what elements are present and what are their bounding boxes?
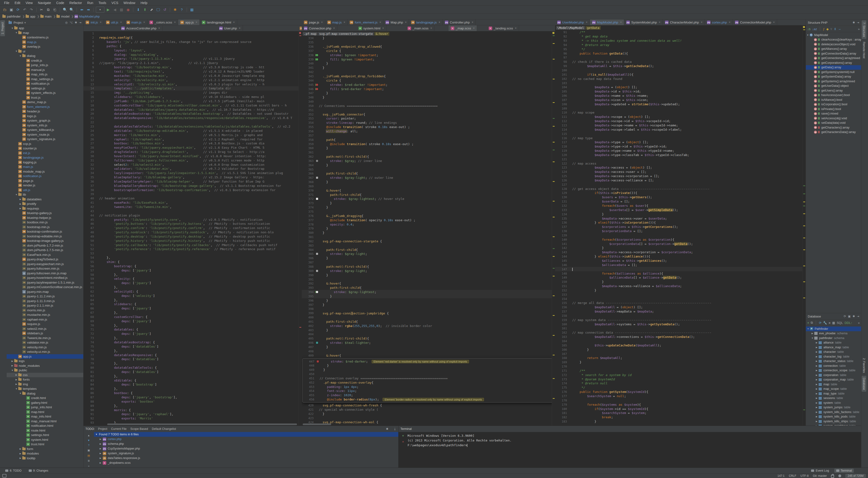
code-line[interactable]: 391 xyxy=(302,277,555,281)
code-line[interactable]: 176 public function getSystem($systemId)… xyxy=(555,390,806,394)
code-line[interactable]: 88 exports: 'bootbox' xyxy=(84,399,302,404)
close-icon[interactable]: × xyxy=(701,21,703,24)
code-editor[interactable]: .pf-mapsvg.pf-map-connection-stargate&:h… xyxy=(302,31,555,425)
code-line[interactable]: 388 path:not(:first-child){ xyxy=(302,265,555,269)
code-line[interactable]: 451// Connection overlay ===============… xyxy=(303,376,553,381)
code-line[interactable]: 100 xyxy=(555,68,806,72)
code-line[interactable]: 448 } xyxy=(303,363,553,368)
code-line[interactable]: 96 public function getData(){ xyxy=(555,51,806,56)
menu-help[interactable]: Help xyxy=(138,0,150,6)
editor-tab[interactable]: JSutil.js× xyxy=(104,20,124,25)
tree-item[interactable]: JSmap_settings.js xyxy=(7,77,83,82)
code-line[interactable]: 172 * search for a system by id xyxy=(555,373,806,377)
code-line[interactable]: 36 blueImpGalleryHelper: 'lib/blueimp-he… xyxy=(84,180,302,184)
code-line[interactable]: 373 } xyxy=(302,201,555,205)
code-line[interactable]: 1 xyxy=(84,31,302,36)
chevron-expanded-icon[interactable]: ▼ xyxy=(10,369,14,372)
close-icon[interactable]: × xyxy=(729,21,731,24)
more-icon[interactable]: » xyxy=(858,321,860,325)
code-line[interactable]: 125 $mapData->access->corporation = []; xyxy=(555,174,806,178)
code-line[interactable]: 409 &:hover{ xyxy=(302,353,555,357)
code-line[interactable]: 161 xyxy=(555,326,806,330)
tree-item[interactable]: JSlogging.js xyxy=(7,160,83,165)
menu-tools[interactable]: Tools xyxy=(96,0,109,6)
code-line[interactable]: 40// header animation xyxy=(84,196,302,200)
breadcrumb-chip[interactable]: .pf-map xyxy=(303,32,318,36)
code-line[interactable]: 344 circle { xyxy=(302,78,555,83)
tree-item[interactable]: JStrust.js xyxy=(7,95,83,100)
code-line[interactable]: 145 $alliances = $this->getAlliances(); xyxy=(555,259,806,263)
tree-item[interactable]: JSlogo.js xyxy=(7,114,83,119)
todo-file-row[interactable]: ▶phpschema.php xyxy=(94,442,398,446)
menu-vcs[interactable]: VCS xyxy=(109,0,121,6)
code-line[interactable]: 147 xyxy=(555,267,806,271)
code-line[interactable]: 455 z-index: 1020; xyxy=(303,393,553,397)
structure-item[interactable]: mgetCorporations():array xyxy=(806,60,861,65)
code-line[interactable]: 340 } xyxy=(302,61,555,66)
todo-view-tab[interactable]: Project xyxy=(98,427,107,431)
chevron-collapsed-icon[interactable]: ▶ xyxy=(100,443,101,445)
help-icon[interactable]: ? xyxy=(179,7,185,12)
copy-icon[interactable]: ⧉ xyxy=(45,7,51,12)
code-line[interactable]: 31 fullScreen: 'lib/jquery.fullscreen.mi… xyxy=(84,158,302,162)
code-line[interactable]: 29 dragToSelect: 'lib/jquery.dragToSelec… xyxy=(84,150,302,154)
code-line[interactable]: 67 }, xyxy=(84,311,302,315)
code-line[interactable]: 335 xyxy=(302,40,555,44)
breadcrumb-chip[interactable]: getData xyxy=(586,26,601,30)
code-line[interactable]: 122// map access xyxy=(555,161,806,165)
close-icon[interactable]: × xyxy=(158,27,160,30)
toolwindow-button-terminal[interactable]: Terminal xyxy=(834,469,854,473)
editor-tab[interactable]: JSform_element.js× xyxy=(347,20,383,25)
close-icon[interactable]: × xyxy=(472,21,473,24)
code-line[interactable]: 353 cursor: pointer; xyxy=(302,117,555,121)
code-line[interactable]: 25 morris: 'lib/morris.min', // v0.5.1 M… xyxy=(84,133,302,137)
chevron-expanded-icon[interactable]: ▼ xyxy=(19,392,22,394)
chevron-collapsed-icon[interactable]: ▶ xyxy=(19,207,22,210)
code-line[interactable]: 402 stroke: rgba(255,255,255,0); // invi… xyxy=(302,324,555,328)
prev-todo-icon[interactable]: ▲ xyxy=(88,434,90,437)
structure-item[interactable]: mgetConnectionData():array xyxy=(806,51,861,56)
code-line[interactable]: 182 break; xyxy=(555,415,806,419)
tree-item[interactable]: Htrust.html xyxy=(7,442,83,447)
code-line[interactable]: 339 fill: $green !important; xyxy=(302,57,555,61)
todo-view-tab[interactable]: Current File xyxy=(111,427,126,431)
code-line[interactable]: 181 $searchSystem = $system; xyxy=(555,411,806,415)
editor-tab[interactable]: JSpage.js× xyxy=(302,20,325,25)
code-line[interactable]: 384 path:first-child{ xyxy=(302,248,555,252)
tree-item[interactable]: ▶form xyxy=(7,447,83,451)
structure-item[interactable]: msetAccess(obj):void xyxy=(806,116,861,121)
tree-item[interactable]: JSmustache.min.js xyxy=(7,313,83,317)
breadcrumb-chip[interactable]: \Model\MapModel xyxy=(556,26,585,30)
code-line[interactable]: 368 } xyxy=(302,180,555,184)
code-line[interactable]: 71 datatables: { xyxy=(84,327,302,332)
code-line[interactable]: 38 bootstrapConfirmation: 'lib/bootstrap… xyxy=(84,188,302,192)
sync-icon[interactable]: ⟳ xyxy=(843,315,846,318)
structure-item[interactable]: msave():mixed xyxy=(806,111,861,116)
close-icon[interactable]: × xyxy=(430,27,432,30)
code-line[interactable]: 73 }, xyxy=(84,336,302,340)
tree-item[interactable]: JSapp.js xyxy=(7,354,83,359)
code-line[interactable]: 403 } xyxy=(302,328,555,332)
code-line[interactable]: 14 templates: '../public/templates', // … xyxy=(84,86,302,91)
code-line[interactable]: 174 * @return null xyxy=(555,381,806,385)
editor-tab[interactable]: phpConnectionModel.php× xyxy=(733,20,777,25)
code-line[interactable]: 10 text: 'lib/requirejs/text', // v2.0.1… xyxy=(84,69,302,74)
database-item[interactable]: ▶alliance_map: table xyxy=(806,345,861,350)
code-line[interactable]: 401 path:first-child{ xyxy=(302,320,555,324)
chevron-collapsed-icon[interactable]: ▶ xyxy=(14,374,18,376)
code-line[interactable]: 124 $mapData->access->user = []; xyxy=(555,170,806,174)
collapse-all-icon[interactable]: ⌥ xyxy=(69,21,73,24)
tree-item[interactable]: JSpage.js xyxy=(7,179,83,183)
todo-view-tab[interactable]: Default Changelist xyxy=(152,427,176,431)
code-editor[interactable]: 12requirejs.config({3 baseUrl: 'js', // … xyxy=(84,31,302,425)
paste-icon[interactable]: ⎗ xyxy=(52,7,58,12)
code-line[interactable]: 399 svg.pf-map-conn连ection-jumpbridge { xyxy=(302,311,555,315)
code-line[interactable]: 336 ._jsPlumb_endpoint_drop_allowed{ xyxy=(302,44,555,49)
code-line[interactable]: 16 slidebars: 'lib/slidebars', // v0.10 … xyxy=(84,95,302,99)
editor-tab[interactable]: S_colors.scss× xyxy=(147,20,178,25)
code-line[interactable]: 350// Connections ======================… xyxy=(302,104,555,108)
tree-item[interactable]: ▶fonts xyxy=(7,377,83,382)
database-item[interactable]: ▶map_scope: table xyxy=(806,387,861,391)
line-separator[interactable]: CRLF xyxy=(789,474,796,478)
menu-code[interactable]: Code xyxy=(54,0,67,6)
